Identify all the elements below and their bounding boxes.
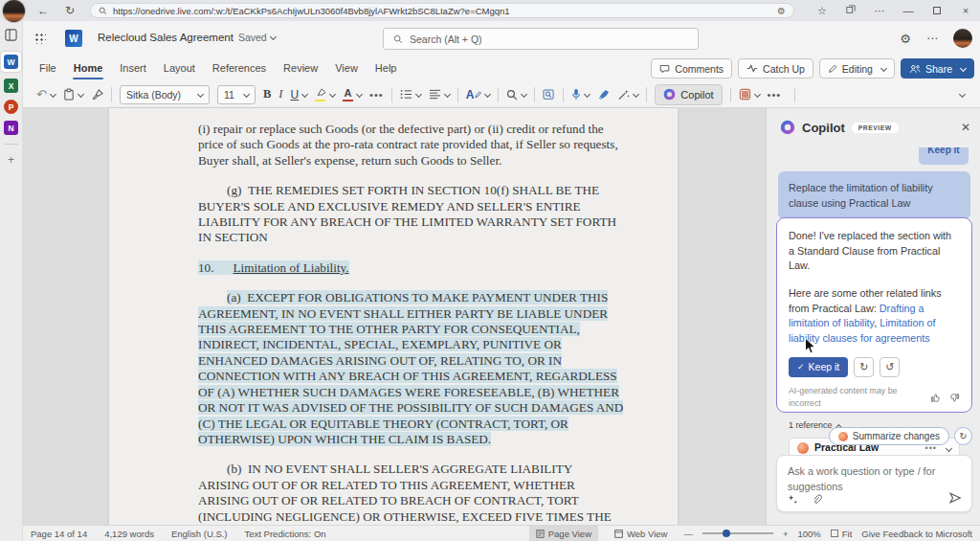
- tab-view[interactable]: View: [326, 56, 367, 81]
- window-maximize-button[interactable]: [923, 5, 951, 16]
- italic-button[interactable]: I: [278, 87, 282, 101]
- toolbar-more-icon[interactable]: •••: [768, 89, 782, 101]
- ribbon-tab-bar: File Home Insert Layout References Revie…: [23, 56, 980, 81]
- zoom-level[interactable]: 100%: [797, 529, 820, 539]
- language[interactable]: English (U.S.): [171, 529, 228, 539]
- rail-item-onenote[interactable]: N: [4, 121, 18, 135]
- paste-button[interactable]: [63, 88, 83, 101]
- search-input[interactable]: Search (Alt + Q): [383, 28, 699, 50]
- rail-add-app-button[interactable]: +: [8, 153, 14, 167]
- browser-refresh-icon[interactable]: ↻: [59, 4, 80, 17]
- align-button[interactable]: [429, 89, 450, 100]
- search-icon: [99, 7, 107, 15]
- page-count[interactable]: Page 14 of 14: [31, 529, 87, 539]
- catch-up-button[interactable]: Catch Up: [738, 58, 813, 79]
- font-name-select[interactable]: Sitka (Body): [120, 85, 210, 104]
- highlight-color-button[interactable]: [315, 87, 335, 102]
- document-page[interactable]: (i) repair or replace such Goods (or the…: [109, 108, 678, 525]
- account-avatar[interactable]: [953, 29, 972, 48]
- formatting-toolbar: ↶ Sitka (Body) 11 B I U A ••• A: [23, 81, 980, 108]
- page-view-button[interactable]: Page View: [529, 526, 598, 541]
- paragraph-g[interactable]: (g) THE REMEDIES SET FORTH IN SECTION 10…: [198, 183, 624, 246]
- send-icon[interactable]: [948, 491, 962, 505]
- tab-review[interactable]: Review: [275, 56, 326, 81]
- word-count[interactable]: 4,129 words: [104, 529, 154, 539]
- format-painter-button[interactable]: [91, 89, 103, 101]
- copilot-spark-icon: [838, 432, 848, 441]
- summarize-changes-button[interactable]: Summarize changes: [829, 427, 949, 445]
- ribbon-collapse-icon[interactable]: [959, 91, 966, 98]
- paragraph-a-highlighted[interactable]: (a) EXCEPT FOR OBLIGATIONS TO MAKE PAYME…: [198, 290, 624, 447]
- dictate-button[interactable]: [571, 88, 590, 101]
- bullet-list-button[interactable]: [400, 89, 421, 100]
- find-button[interactable]: [506, 89, 526, 101]
- sidebar-toggle-icon[interactable]: [5, 28, 17, 45]
- copilot-input[interactable]: Ask a work question or type / for sugges…: [776, 455, 972, 512]
- tab-help[interactable]: Help: [367, 56, 406, 81]
- zoom-out-button[interactable]: —: [683, 529, 693, 539]
- prompt-sparkle-icon[interactable]: [788, 494, 798, 505]
- copilot-ribbon-button[interactable]: Copilot: [655, 84, 722, 105]
- tab-layout[interactable]: Layout: [155, 56, 204, 81]
- rail-item-powerpoint[interactable]: P: [4, 100, 18, 114]
- undo-button[interactable]: ↶: [36, 87, 56, 101]
- autoformat-button[interactable]: [617, 89, 638, 101]
- editing-mode-button[interactable]: Editing: [819, 58, 895, 79]
- app-launcher-icon[interactable]: [34, 33, 46, 44]
- styles-button[interactable]: A: [466, 88, 491, 101]
- paragraph-i[interactable]: (i) repair or replace such Goods (or the…: [198, 122, 624, 169]
- comments-button[interactable]: Comments: [651, 58, 732, 79]
- section-heading[interactable]: 10.Limitation of Liability.: [198, 260, 624, 276]
- underline-button[interactable]: U: [290, 88, 307, 101]
- collections-icon[interactable]: [836, 5, 865, 16]
- browser-back-icon[interactable]: ←: [33, 4, 54, 17]
- status-bar: Page 14 of 14 4,129 words English (U.S.)…: [23, 525, 980, 541]
- font-more-options-icon[interactable]: •••: [369, 89, 384, 101]
- page-view-icon: [536, 530, 545, 538]
- header-more-icon[interactable]: ⋯: [926, 32, 938, 45]
- fit-toggle[interactable]: Fit: [831, 529, 853, 539]
- rail-item-excel[interactable]: X: [4, 79, 18, 93]
- regenerate-button[interactable]: ↻: [854, 357, 874, 377]
- tab-insert[interactable]: Insert: [111, 56, 155, 81]
- attach-paperclip-icon[interactable]: [812, 494, 822, 505]
- editor-button[interactable]: [597, 89, 610, 101]
- window-minimize-button[interactable]: —: [894, 5, 923, 16]
- font-size-select[interactable]: 11: [217, 85, 256, 104]
- rail-item-word[interactable]: W: [1, 52, 21, 72]
- text-predictions[interactable]: Text Predictions: On: [245, 529, 326, 539]
- undo-response-button[interactable]: ↺: [880, 357, 900, 377]
- activity-wave-icon: [746, 64, 758, 73]
- share-button[interactable]: Share: [901, 58, 974, 79]
- people-icon: [909, 64, 921, 74]
- favorites-icon[interactable]: ☆: [808, 5, 836, 17]
- find-replace-button[interactable]: [543, 89, 555, 101]
- save-status[interactable]: Saved: [238, 32, 276, 43]
- thumbs-up-icon[interactable]: [930, 393, 941, 403]
- user-prompt-bubble: Replace the limitation of liability clau…: [778, 171, 970, 219]
- window-close-button[interactable]: ×: [951, 5, 980, 16]
- document-title[interactable]: Relecloud Sales Agreement: [98, 32, 234, 43]
- previous-keep-it-button[interactable]: Keep it: [919, 147, 969, 165]
- designer-button[interactable]: [739, 88, 760, 101]
- settings-gear-icon[interactable]: ⚙: [900, 32, 911, 46]
- zoom-in-button[interactable]: +: [783, 529, 789, 539]
- feedback-link[interactable]: Give Feedback to Microsoft: [861, 529, 972, 539]
- document-canvas[interactable]: (i) repair or replace such Goods (or the…: [23, 108, 766, 525]
- browser-menu-icon[interactable]: ⋯: [865, 5, 894, 17]
- site-permissions-icon[interactable]: ⚙: [777, 6, 786, 16]
- font-color-button[interactable]: A: [343, 87, 362, 102]
- keep-it-button[interactable]: ✓Keep it: [789, 357, 848, 377]
- thumbs-down-icon[interactable]: [949, 393, 960, 403]
- word-logo-icon[interactable]: W: [65, 30, 82, 47]
- tab-home[interactable]: Home: [65, 56, 112, 81]
- reference-expand-icon[interactable]: [946, 444, 952, 451]
- address-bar[interactable]: https://onedrive.live.com/:w:/t/EaCKkPs6…: [90, 3, 794, 18]
- close-panel-icon[interactable]: ✕: [961, 121, 970, 134]
- tab-file[interactable]: File: [31, 56, 65, 81]
- refresh-suggestions-button[interactable]: ↻: [954, 427, 972, 445]
- zoom-slider[interactable]: [702, 532, 773, 534]
- web-view-button[interactable]: Web View: [608, 526, 674, 541]
- bold-button[interactable]: B: [263, 87, 271, 101]
- tab-references[interactable]: References: [204, 56, 275, 81]
